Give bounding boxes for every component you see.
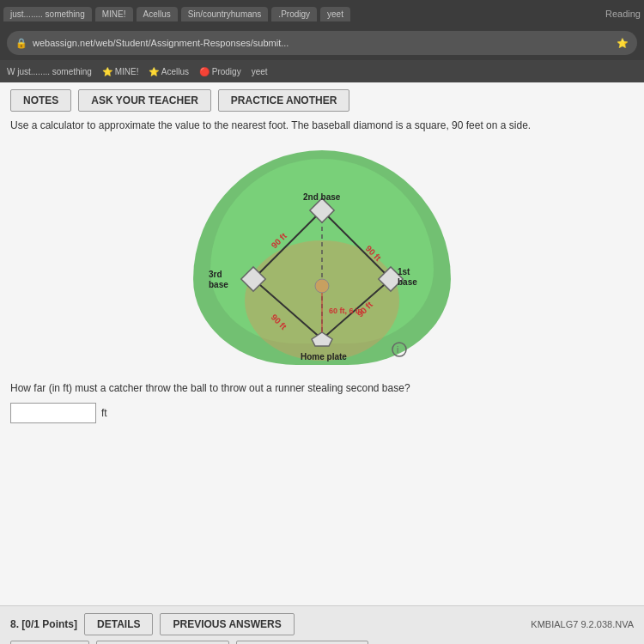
svg-text:2nd base: 2nd base [303, 192, 341, 202]
svg-point-20 [392, 343, 406, 356]
question-text: How far (in ft) must a catcher throw the… [10, 380, 634, 396]
points-row: 8. [0/1 Points] DETAILS PREVIOUS ANSWERS… [10, 613, 634, 635]
field-svg: 90 ft 90 ft 90 ft 90 ft 60 ft, 6 in. 2nd… [176, 142, 468, 374]
svg-text:3rd: 3rd [209, 270, 222, 279]
problem-description: Use a calculator to approximate the valu… [10, 118, 634, 133]
svg-text:i: i [397, 345, 398, 355]
svg-text:base: base [209, 280, 228, 289]
details-button[interactable]: DETAILS [84, 613, 153, 635]
previous-answers-button[interactable]: PREVIOUS ANSWERS [160, 613, 294, 635]
bookmarks-bar: W just........ something ⭐ MINE! ⭐ Acell… [0, 60, 644, 82]
baseball-field: 90 ft 90 ft 90 ft 90 ft 60 ft, 6 in. 2nd… [176, 142, 468, 374]
bookmark-just[interactable]: W just........ something [7, 67, 92, 76]
svg-point-7 [315, 279, 329, 293]
points-label: 8. [0/1 Points] [10, 618, 77, 630]
answer-input[interactable] [10, 403, 96, 423]
svg-text:Home plate: Home plate [301, 352, 347, 361]
answer-row: ft [10, 403, 634, 423]
url-text: webassign.net/web/Student/Assignment-Res… [33, 38, 289, 48]
bookmark-prodigy[interactable]: 🔴 Prodigy [199, 67, 241, 76]
ask-teacher-button[interactable]: ASK YOUR TEACHER [78, 89, 210, 112]
svg-text:60 ft, 6 in.: 60 ft, 6 in. [329, 307, 365, 315]
tab-just[interactable]: just........ something [3, 7, 92, 21]
svg-text:1st: 1st [398, 267, 410, 276]
bottom-buttons: MY NOTES ASK YOUR TEACHER PRACTICE ANOTH… [10, 641, 634, 644]
reading-mode: Reading [605, 9, 641, 19]
bookmark-acellus[interactable]: ⭐ Acellus [149, 67, 188, 76]
tab-acellus[interactable]: Acellus [137, 7, 178, 21]
tab-prodigy[interactable]: .Prodigy [271, 7, 317, 21]
bottom-practice-another-button[interactable]: PRACTICE ANOTHER [236, 641, 368, 644]
action-buttons: NOTES ASK YOUR TEACHER PRACTICE ANOTHER [10, 89, 634, 112]
bottom-section: 8. [0/1 Points] DETAILS PREVIOUS ANSWERS… [0, 605, 644, 644]
code-label: KMBIALG7 9.2.038.NVA [531, 619, 634, 629]
browser-chrome: just........ something MINE! Acellus Sin… [0, 0, 644, 60]
bookmark-yeet[interactable]: yeet [252, 67, 268, 76]
page-content: NOTES ASK YOUR TEACHER PRACTICE ANOTHER … [0, 82, 644, 605]
my-notes-button[interactable]: MY NOTES [10, 641, 89, 644]
bottom-ask-teacher-button[interactable]: ASK YOUR TEACHER [96, 641, 228, 644]
diagram-container: 90 ft 90 ft 90 ft 90 ft 60 ft, 6 in. 2nd… [10, 142, 634, 374]
tab-sin[interactable]: Sin/countryhumans [181, 7, 269, 21]
address-bar[interactable]: 🔒 webassign.net/web/Student/Assignment-R… [7, 31, 637, 55]
svg-text:base: base [398, 277, 417, 287]
notes-button[interactable]: NOTES [10, 89, 71, 112]
tabs-bar: just........ something MINE! Acellus Sin… [0, 0, 644, 27]
bookmark-mine[interactable]: ⭐ MINE! [102, 67, 139, 76]
tab-yeet[interactable]: yeet [320, 7, 350, 21]
unit-label: ft [101, 407, 107, 419]
practice-another-button[interactable]: PRACTICE ANOTHER [218, 89, 350, 112]
tab-mine[interactable]: MINE! [95, 7, 133, 21]
